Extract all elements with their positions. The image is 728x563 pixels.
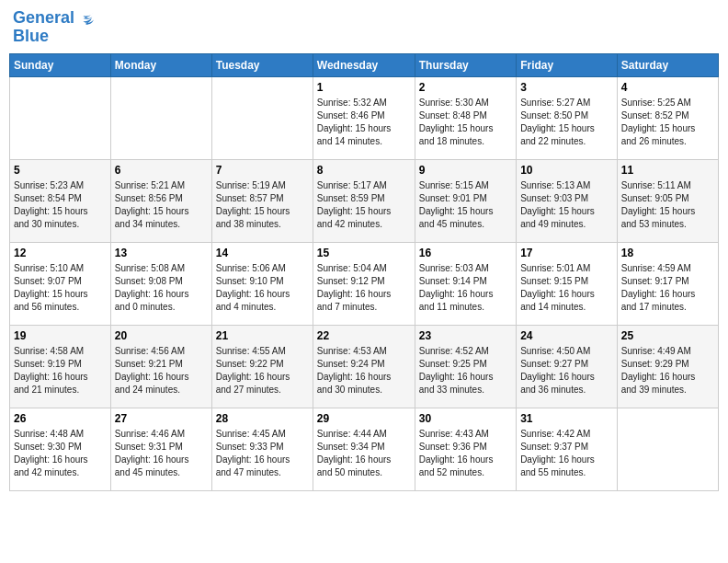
calendar-cell: 7Sunrise: 5:19 AM Sunset: 8:57 PM Daylig… <box>211 159 313 242</box>
day-number: 18 <box>621 247 714 259</box>
weekday-header-friday: Friday <box>517 53 618 76</box>
day-number: 4 <box>621 81 714 94</box>
calendar-cell <box>10 76 111 159</box>
calendar-cell: 22Sunrise: 4:53 AM Sunset: 9:24 PM Dayli… <box>313 325 415 408</box>
day-number: 12 <box>14 247 107 259</box>
calendar-cell: 3Sunrise: 5:27 AM Sunset: 8:50 PM Daylig… <box>517 76 618 159</box>
calendar-cell: 6Sunrise: 5:21 AM Sunset: 8:56 PM Daylig… <box>110 159 211 242</box>
logo-blue-text: Blue <box>13 28 96 46</box>
day-info: Sunrise: 5:32 AM Sunset: 8:46 PM Dayligh… <box>317 97 411 148</box>
day-number: 7 <box>216 164 309 177</box>
logo: General Blue <box>13 9 96 46</box>
calendar-week-4: 19Sunrise: 4:58 AM Sunset: 9:19 PM Dayli… <box>10 325 719 408</box>
day-number: 23 <box>419 329 512 342</box>
day-number: 25 <box>621 329 714 342</box>
calendar-body: 1Sunrise: 5:32 AM Sunset: 8:46 PM Daylig… <box>10 76 719 490</box>
day-number: 16 <box>419 247 512 259</box>
weekday-header-saturday: Saturday <box>617 53 718 76</box>
calendar-cell <box>110 76 211 159</box>
day-number: 13 <box>115 247 208 259</box>
day-info: Sunrise: 4:53 AM Sunset: 9:24 PM Dayligh… <box>317 345 411 396</box>
day-number: 31 <box>520 412 613 425</box>
day-info: Sunrise: 5:30 AM Sunset: 8:48 PM Dayligh… <box>419 97 512 148</box>
day-info: Sunrise: 5:13 AM Sunset: 9:03 PM Dayligh… <box>520 179 613 231</box>
calendar-cell: 29Sunrise: 4:44 AM Sunset: 9:34 PM Dayli… <box>313 408 415 490</box>
day-info: Sunrise: 4:55 AM Sunset: 9:22 PM Dayligh… <box>216 345 309 396</box>
day-number: 28 <box>216 412 309 425</box>
day-info: Sunrise: 5:17 AM Sunset: 8:59 PM Dayligh… <box>317 179 411 231</box>
day-info: Sunrise: 5:27 AM Sunset: 8:50 PM Dayligh… <box>520 97 613 148</box>
day-number: 26 <box>14 412 107 425</box>
day-info: Sunrise: 4:44 AM Sunset: 9:34 PM Dayligh… <box>317 428 411 479</box>
day-number: 15 <box>317 247 411 259</box>
day-info: Sunrise: 5:11 AM Sunset: 9:05 PM Dayligh… <box>621 179 714 231</box>
calendar-cell: 2Sunrise: 5:30 AM Sunset: 8:48 PM Daylig… <box>415 76 516 159</box>
calendar-week-2: 5Sunrise: 5:23 AM Sunset: 8:54 PM Daylig… <box>10 159 719 242</box>
day-number: 9 <box>419 164 512 177</box>
calendar-cell: 31Sunrise: 4:42 AM Sunset: 9:37 PM Dayli… <box>517 408 618 490</box>
calendar-cell: 14Sunrise: 5:06 AM Sunset: 9:10 PM Dayli… <box>211 242 313 325</box>
calendar-cell: 23Sunrise: 4:52 AM Sunset: 9:25 PM Dayli… <box>415 325 516 408</box>
logo-bird-icon <box>79 10 96 27</box>
day-number: 17 <box>520 247 613 259</box>
day-number: 30 <box>419 412 512 425</box>
calendar-cell: 25Sunrise: 4:49 AM Sunset: 9:29 PM Dayli… <box>617 325 718 408</box>
day-number: 10 <box>520 164 613 177</box>
calendar-week-3: 12Sunrise: 5:10 AM Sunset: 9:07 PM Dayli… <box>10 242 719 325</box>
day-number: 27 <box>115 412 208 425</box>
day-info: Sunrise: 5:01 AM Sunset: 9:15 PM Dayligh… <box>520 262 613 314</box>
calendar-cell: 10Sunrise: 5:13 AM Sunset: 9:03 PM Dayli… <box>517 159 618 242</box>
day-number: 2 <box>419 81 512 94</box>
day-info: Sunrise: 5:21 AM Sunset: 8:56 PM Dayligh… <box>115 179 208 231</box>
day-number: 21 <box>216 329 309 342</box>
calendar-cell: 26Sunrise: 4:48 AM Sunset: 9:30 PM Dayli… <box>10 408 111 490</box>
calendar-header: SundayMondayTuesdayWednesdayThursdayFrid… <box>10 53 719 76</box>
calendar-cell: 16Sunrise: 5:03 AM Sunset: 9:14 PM Dayli… <box>415 242 516 325</box>
day-info: Sunrise: 5:23 AM Sunset: 8:54 PM Dayligh… <box>14 179 107 231</box>
day-number: 29 <box>317 412 411 425</box>
day-number: 1 <box>317 81 411 94</box>
page-header: General Blue <box>9 9 719 46</box>
day-info: Sunrise: 5:08 AM Sunset: 9:08 PM Dayligh… <box>115 262 208 314</box>
day-info: Sunrise: 4:59 AM Sunset: 9:17 PM Dayligh… <box>621 262 714 314</box>
day-info: Sunrise: 4:52 AM Sunset: 9:25 PM Dayligh… <box>419 345 512 396</box>
day-info: Sunrise: 4:49 AM Sunset: 9:29 PM Dayligh… <box>621 345 714 396</box>
day-info: Sunrise: 4:42 AM Sunset: 9:37 PM Dayligh… <box>520 428 613 479</box>
weekday-header-monday: Monday <box>110 53 211 76</box>
calendar-week-5: 26Sunrise: 4:48 AM Sunset: 9:30 PM Dayli… <box>10 408 719 490</box>
calendar-cell: 4Sunrise: 5:25 AM Sunset: 8:52 PM Daylig… <box>617 76 718 159</box>
day-number: 11 <box>621 164 714 177</box>
day-info: Sunrise: 4:58 AM Sunset: 9:19 PM Dayligh… <box>14 345 107 396</box>
day-info: Sunrise: 5:19 AM Sunset: 8:57 PM Dayligh… <box>216 179 309 231</box>
calendar-cell: 19Sunrise: 4:58 AM Sunset: 9:19 PM Dayli… <box>10 325 111 408</box>
calendar-cell: 1Sunrise: 5:32 AM Sunset: 8:46 PM Daylig… <box>313 76 415 159</box>
calendar-cell: 30Sunrise: 4:43 AM Sunset: 9:36 PM Dayli… <box>415 408 516 490</box>
calendar-cell: 17Sunrise: 5:01 AM Sunset: 9:15 PM Dayli… <box>517 242 618 325</box>
day-number: 19 <box>14 329 107 342</box>
day-info: Sunrise: 5:06 AM Sunset: 9:10 PM Dayligh… <box>216 262 309 314</box>
weekday-header-row: SundayMondayTuesdayWednesdayThursdayFrid… <box>10 53 719 76</box>
day-info: Sunrise: 4:48 AM Sunset: 9:30 PM Dayligh… <box>14 428 107 479</box>
day-info: Sunrise: 5:15 AM Sunset: 9:01 PM Dayligh… <box>419 179 512 231</box>
weekday-header-thursday: Thursday <box>415 53 516 76</box>
calendar-table: SundayMondayTuesdayWednesdayThursdayFrid… <box>9 53 719 491</box>
day-number: 14 <box>216 247 309 259</box>
calendar-cell: 24Sunrise: 4:50 AM Sunset: 9:27 PM Dayli… <box>517 325 618 408</box>
calendar-cell: 28Sunrise: 4:45 AM Sunset: 9:33 PM Dayli… <box>211 408 313 490</box>
day-info: Sunrise: 4:50 AM Sunset: 9:27 PM Dayligh… <box>520 345 613 396</box>
calendar-cell: 18Sunrise: 4:59 AM Sunset: 9:17 PM Dayli… <box>617 242 718 325</box>
day-info: Sunrise: 4:46 AM Sunset: 9:31 PM Dayligh… <box>115 428 208 479</box>
weekday-header-sunday: Sunday <box>10 53 111 76</box>
day-info: Sunrise: 5:04 AM Sunset: 9:12 PM Dayligh… <box>317 262 411 314</box>
calendar-cell <box>617 408 718 490</box>
calendar-cell: 15Sunrise: 5:04 AM Sunset: 9:12 PM Dayli… <box>313 242 415 325</box>
day-info: Sunrise: 4:43 AM Sunset: 9:36 PM Dayligh… <box>419 428 512 479</box>
day-info: Sunrise: 5:10 AM Sunset: 9:07 PM Dayligh… <box>14 262 107 314</box>
calendar-cell: 20Sunrise: 4:56 AM Sunset: 9:21 PM Dayli… <box>110 325 211 408</box>
day-number: 3 <box>520 81 613 94</box>
calendar-cell: 5Sunrise: 5:23 AM Sunset: 8:54 PM Daylig… <box>10 159 111 242</box>
calendar-cell: 27Sunrise: 4:46 AM Sunset: 9:31 PM Dayli… <box>110 408 211 490</box>
logo-text: General <box>13 9 96 28</box>
day-number: 5 <box>14 164 107 177</box>
calendar-cell: 9Sunrise: 5:15 AM Sunset: 9:01 PM Daylig… <box>415 159 516 242</box>
